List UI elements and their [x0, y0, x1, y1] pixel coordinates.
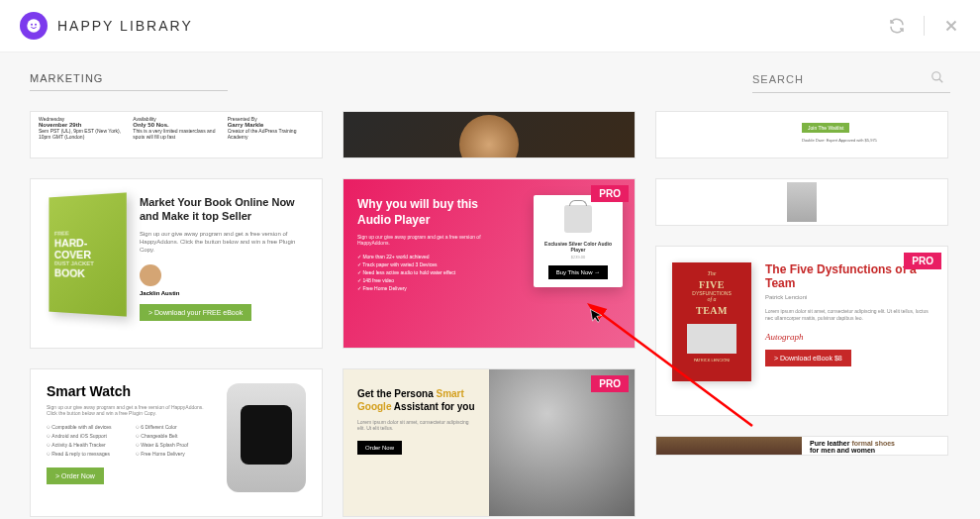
- template-card-persona[interactable]: PRO Get the Persona Smart Google Assista…: [343, 368, 636, 517]
- refresh-icon[interactable]: [888, 17, 906, 35]
- category-filter[interactable]: MARKETING: [30, 72, 228, 91]
- search-icon[interactable]: [931, 70, 944, 88]
- feature: Changeable Belt: [136, 433, 215, 439]
- signature: Autograph: [765, 332, 931, 342]
- pro-badge: PRO: [591, 375, 629, 392]
- card-desc: Lorem ipsum dolor sit amet, consectetur …: [765, 308, 931, 322]
- divider: [924, 16, 925, 36]
- food-image: [459, 115, 519, 158]
- product-popup: Exclusive Silver Color Audio Player $239…: [534, 195, 623, 287]
- filter-bar: MARKETING: [0, 52, 980, 101]
- author-name: Jacklin Austin: [140, 290, 306, 296]
- join-subtext: Double Dare: Expert Approved with $5,975: [802, 138, 943, 143]
- feature: Compatible with all devices: [47, 424, 126, 430]
- card-desc: Sign up our give away program and get a …: [140, 230, 306, 255]
- template-card-five-dysfunctions[interactable]: PRO The FIVE DYSFUNCTIONS of a TEAM PATR…: [655, 246, 948, 416]
- card-title: Pure leather formal shoes for men and wo…: [802, 437, 947, 455]
- template-card[interactable]: [655, 178, 948, 226]
- template-card-leather[interactable]: Pure leather formal shoes for men and wo…: [655, 436, 948, 456]
- template-card[interactable]: WednesdayNovember 29thSem PST (UL), 9pm …: [30, 111, 323, 158]
- watch-image: [227, 383, 306, 492]
- card-title: Get the Persona Smart Google Assistant f…: [357, 387, 475, 413]
- feature: Activity & Health Tracker: [47, 442, 126, 448]
- feature: 6 Different Color: [136, 424, 215, 430]
- download-button[interactable]: > Download your FREE eBook: [140, 304, 251, 321]
- person-image: [787, 182, 817, 222]
- desc: This is a very limited masterclass and s…: [133, 128, 219, 140]
- pro-badge: PRO: [904, 253, 941, 269]
- leather-image: [656, 437, 802, 455]
- card-title: Smart Watch: [47, 383, 215, 399]
- card-title: Why you will buy this Audio Player: [357, 197, 486, 228]
- app-title: HAPPY LIBRARY: [57, 18, 193, 34]
- buy-button[interactable]: Buy This Now →: [548, 265, 609, 279]
- order-button[interactable]: > Order Now: [47, 467, 104, 484]
- header-left: HAPPY LIBRARY: [20, 12, 193, 40]
- feature: Water & Splash Proof: [136, 442, 215, 448]
- desc: Creator of the AdPress Training Academy: [228, 128, 314, 140]
- search-wrap: [752, 70, 950, 93]
- card-title: Market Your Book Online Now and Make it …: [140, 195, 306, 224]
- svg-point-0: [27, 19, 40, 32]
- desc: Sem PST (UL), 9pm EST (New York), 10pm G…: [39, 128, 125, 140]
- template-card[interactable]: [343, 111, 636, 158]
- book-cover: FREE HARD- COVER DUST JACKET BOOK: [49, 192, 126, 316]
- svg-point-2: [35, 24, 37, 26]
- card-desc: Sign up our give away program and get a …: [357, 234, 486, 246]
- feature: Read & reply to messages: [47, 451, 126, 457]
- card-desc: Lorem ipsum dolor sit amet, consectetur …: [357, 419, 475, 431]
- search-input[interactable]: [752, 73, 921, 85]
- template-grid: WednesdayNovember 29thSem PST (UL), 9pm …: [0, 101, 980, 519]
- order-button[interactable]: Order Now: [357, 441, 402, 455]
- app-logo: [20, 12, 48, 40]
- svg-point-1: [31, 24, 33, 26]
- author-name: Patrick Lencioni: [765, 294, 931, 300]
- join-button[interactable]: Join The Waitlist: [802, 123, 849, 133]
- svg-point-3: [932, 72, 940, 80]
- book-cover: The FIVE DYSFUNCTIONS of a TEAM PATRICK …: [672, 262, 751, 381]
- feature: Free Home Delivery: [136, 451, 215, 457]
- popup-price: $239.00: [541, 255, 615, 260]
- template-card-book[interactable]: FREE HARD- COVER DUST JACKET BOOK Market…: [30, 178, 323, 349]
- avatar: [140, 264, 161, 286]
- download-button[interactable]: > Download eBook $8: [765, 350, 851, 366]
- header-right: [888, 16, 960, 36]
- feature: Android and iOS Support: [47, 433, 126, 439]
- bag-icon: [564, 205, 592, 233]
- pro-badge: PRO: [591, 185, 629, 202]
- close-icon[interactable]: [942, 17, 960, 35]
- popup-title: Exclusive Silver Color Audio Player: [541, 241, 615, 253]
- template-card-watch[interactable]: Smart Watch Sign up our give away progra…: [30, 368, 323, 517]
- header: HAPPY LIBRARY: [0, 0, 980, 52]
- card-desc: Sign up our give away program and get a …: [47, 404, 215, 416]
- template-card-audio[interactable]: PRO Why you will buy this Audio Player S…: [343, 178, 636, 349]
- template-card[interactable]: Join The Waitlist Double Dare: Expert Ap…: [655, 111, 948, 158]
